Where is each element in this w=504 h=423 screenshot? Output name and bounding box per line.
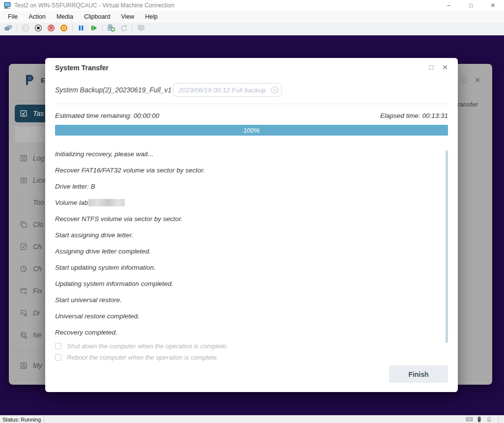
toolbar-button xyxy=(102,25,103,33)
globe-gear-icon xyxy=(20,331,28,339)
minimize-button[interactable]: – xyxy=(438,0,460,11)
turnoff-icon xyxy=(34,24,42,34)
log-line: Recovery completed. xyxy=(55,324,448,340)
vm-connection-window: Test2 on WIN-SSFURRQCAUC - Virtual Machi… xyxy=(0,0,504,423)
checkpoint-button[interactable] xyxy=(105,24,117,34)
log-line: Drive letter: B xyxy=(55,178,448,195)
log-line: Universal restore completed. xyxy=(55,308,448,324)
easeus-maximize-button[interactable]: □ xyxy=(462,77,466,84)
redacted-text-block xyxy=(88,199,125,206)
shutdown-icon xyxy=(47,24,55,34)
divider xyxy=(55,104,448,104)
tasks-icon xyxy=(20,110,28,117)
menu-media[interactable]: Media xyxy=(51,12,79,22)
toolbar-button xyxy=(132,25,133,33)
turn-off-button[interactable] xyxy=(32,24,45,34)
reset-button[interactable] xyxy=(87,24,100,34)
hyperv-icon xyxy=(3,1,11,9)
log-line: Start assigning drive letter. xyxy=(55,227,448,243)
clock-icon xyxy=(20,265,28,273)
drive-gear-icon xyxy=(20,309,28,317)
menu-help[interactable]: Help xyxy=(140,12,163,22)
enhanced-session-button[interactable] xyxy=(135,24,147,34)
estimated-time-label: Estimated time remaining: 00:00:00 xyxy=(55,112,159,119)
reset-icon xyxy=(90,24,98,34)
toolbar-button xyxy=(17,25,17,33)
finish-button[interactable]: Finish xyxy=(389,366,448,383)
checkbox[interactable] xyxy=(55,343,61,349)
log-line: Recover NTFS volume via sector by sector… xyxy=(55,211,448,227)
save-button[interactable] xyxy=(57,24,70,34)
chevron-down-circle-icon xyxy=(271,86,279,94)
reboot-checkbox[interactable]: Reboot the computer when the operation i… xyxy=(55,352,448,363)
license-icon xyxy=(20,176,28,184)
power-gray-icon xyxy=(22,24,29,34)
menu-action[interactable]: Action xyxy=(23,12,51,22)
start-button[interactable] xyxy=(19,24,32,34)
menubar: File Action Media Clipboard View Help xyxy=(0,11,504,23)
log-line: Assigning drive letter completed. xyxy=(55,243,448,259)
log-line: Volume lab xyxy=(55,195,448,211)
shutdown-checkbox[interactable]: Shut down the computer when the operatio… xyxy=(55,340,448,352)
elapsed-time-label: Elapsed time: 00:13:31 xyxy=(380,112,448,119)
backup-version-value: 2023/06/19 00:12 Full backup xyxy=(178,86,271,94)
vm-status-text: Status: Running xyxy=(2,417,41,423)
vm-display: Ea □ ✕ ransfer Tas xyxy=(0,35,504,415)
check-square-icon xyxy=(20,243,28,251)
pause-button[interactable] xyxy=(75,24,87,34)
dialog-close-button[interactable]: ✕ xyxy=(442,64,448,71)
log-line: Updating system information completed. xyxy=(55,276,448,292)
log-line: Recover FAT16/FAT32 volume via sector by… xyxy=(55,162,448,178)
close-button[interactable]: ✕ xyxy=(482,0,504,11)
mouse-icon xyxy=(476,416,483,423)
progress-percent-label: 100% xyxy=(243,127,259,134)
ctrlaltdel-icon xyxy=(4,24,12,34)
maximize-button[interactable]: □ xyxy=(460,0,482,11)
statusbar: Status: Running xyxy=(0,415,504,423)
backup-name: System Backup(2)_20230619_Full_v1 xyxy=(55,86,171,94)
clone-icon xyxy=(20,221,28,228)
checkpoint-icon xyxy=(107,24,115,34)
enhanced-icon xyxy=(137,24,145,34)
progress-fill: 100% xyxy=(55,125,448,136)
toolbar xyxy=(0,23,504,35)
revert-icon xyxy=(120,24,128,34)
logs-icon xyxy=(20,154,28,162)
recovery-log: Initializing recovery, please wait... Re… xyxy=(55,146,448,340)
checkbox[interactable] xyxy=(55,354,61,361)
log-line: Initializing recovery, please wait... xyxy=(55,146,448,162)
toolbar-button xyxy=(72,25,73,33)
statusbar-separator xyxy=(498,417,499,423)
revert-button[interactable] xyxy=(117,24,130,34)
log-line: Start universal restore. xyxy=(55,292,448,308)
menu-view[interactable]: View xyxy=(115,12,140,22)
progress-bar: 100% xyxy=(55,125,448,136)
window-title: Test2 on WIN-SSFURRQCAUC - Virtual Machi… xyxy=(14,2,438,9)
easeus-window-controls: □ ✕ xyxy=(462,77,480,84)
fix-window-icon xyxy=(20,287,28,295)
dialog-maximize-button[interactable]: □ xyxy=(429,64,433,71)
statusbar-separator xyxy=(44,417,44,423)
log-line: Start updating system information. xyxy=(55,259,448,276)
menu-clipboard[interactable]: Clipboard xyxy=(79,12,116,22)
dialog-title: System Transfer xyxy=(55,64,109,72)
easeus-logo-icon xyxy=(24,74,36,86)
titlebar: Test2 on WIN-SSFURRQCAUC - Virtual Machi… xyxy=(0,0,504,11)
post-op-options: Shut down the computer when the operatio… xyxy=(55,340,448,363)
shut-down-button[interactable] xyxy=(45,24,57,34)
easeus-page-title-fragment: ransfer xyxy=(457,101,478,108)
pause-icon xyxy=(77,24,85,34)
keyboard-icon xyxy=(466,416,473,423)
save-power-icon xyxy=(60,24,68,34)
menu-file[interactable]: File xyxy=(2,12,23,22)
easeus-close-button[interactable]: ✕ xyxy=(475,77,480,84)
account-icon xyxy=(20,362,28,369)
log-scrollbar[interactable] xyxy=(446,150,448,343)
backup-version-select[interactable]: 2023/06/19 00:12 Full backup xyxy=(173,83,282,97)
ctrl-alt-del-button[interactable] xyxy=(2,24,15,34)
lock-icon xyxy=(485,416,493,423)
system-transfer-dialog: System Transfer □ ✕ System Backup(2)_202… xyxy=(45,58,458,392)
